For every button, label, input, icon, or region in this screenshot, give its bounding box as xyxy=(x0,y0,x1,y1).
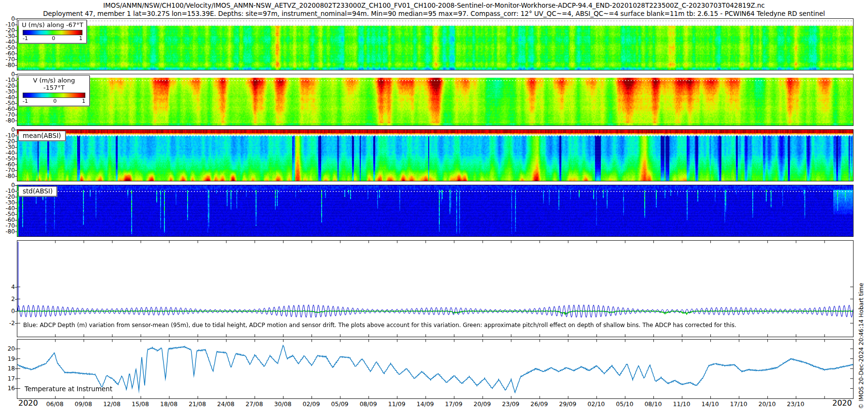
y-tick-label: 18 xyxy=(1,365,15,372)
y-tick-mark xyxy=(15,97,17,98)
y-tick-mark xyxy=(15,42,17,42)
date-label: 05/09 xyxy=(331,400,349,408)
y-tick-label: -80 xyxy=(1,228,15,235)
date-label: 24/08 xyxy=(217,400,234,408)
y-tick-mark xyxy=(15,65,17,66)
u-colorbar-gradient xyxy=(23,30,82,35)
y-tick-mark xyxy=(15,197,17,197)
date-label: 17/09 xyxy=(445,400,462,408)
panel-u-velocity: U (m/s) along -67°T -101 0-10-20-30-40-5… xyxy=(17,18,854,70)
y-tick-mark xyxy=(15,299,17,300)
date-label: 08/09 xyxy=(360,400,377,408)
u-colorbar-legend: U (m/s) along -67°T -101 xyxy=(18,20,87,43)
temperature-label: Temperature at Instrument xyxy=(25,385,112,393)
colorbar-tick-label: 0 xyxy=(52,36,55,41)
copyright-text: © IMOS 20-Dec-2024 20:46:14 Hobart time xyxy=(858,216,865,409)
y-tick-mark xyxy=(15,141,17,142)
date-label: 27/08 xyxy=(245,400,263,408)
date-label: 18/08 xyxy=(160,400,177,408)
date-label: 02/10 xyxy=(587,400,605,408)
y-tick-mark xyxy=(15,226,17,226)
date-label: 09/08 xyxy=(75,400,92,408)
y-tick-mark xyxy=(15,176,17,177)
v-colorbar-legend: V (m/s) along -157°T -101 xyxy=(18,75,90,106)
y-tick-mark xyxy=(15,214,17,215)
absi-std-label: std(ABSI) xyxy=(18,186,57,196)
depth-annotation: Blue: ADCP Depth (m) variation from sens… xyxy=(23,322,736,328)
panel-absi-mean: mean(ABSI) 0-10-20-30-40-50-60-70-80 xyxy=(17,129,854,181)
y-tick-mark xyxy=(15,349,17,349)
v-velocity-heatmap xyxy=(17,74,853,125)
absi-std-heatmap xyxy=(17,185,853,236)
y-tick-label: 16 xyxy=(1,385,15,392)
y-tick-mark xyxy=(15,86,17,86)
date-label: 06/08 xyxy=(46,400,64,408)
date-label: 05/10 xyxy=(616,400,633,408)
y-tick-mark xyxy=(15,379,17,379)
y-tick-label: -2 xyxy=(1,320,15,327)
y-tick-mark xyxy=(15,208,17,209)
y-tick-mark xyxy=(15,147,17,148)
date-label: 23/09 xyxy=(502,400,519,408)
y-tick-mark xyxy=(15,220,17,220)
year-label-left: 2020 xyxy=(18,398,38,408)
y-tick-mark xyxy=(15,203,17,203)
y-tick-mark xyxy=(15,115,17,115)
u-panel-label: U (m/s) along -67°T xyxy=(22,21,83,28)
date-label: 02/09 xyxy=(302,400,320,408)
absi-mean-label: mean(ABSI) xyxy=(18,131,66,141)
date-label: 14/10 xyxy=(702,400,719,408)
temperature-plot xyxy=(17,340,853,398)
date-label: 29/09 xyxy=(559,400,576,408)
y-tick-mark xyxy=(15,185,17,186)
y-tick-mark xyxy=(15,130,17,130)
y-tick-mark xyxy=(15,80,17,81)
y-tick-mark xyxy=(15,59,17,60)
y-tick-mark xyxy=(15,19,17,19)
y-tick-label: 2 xyxy=(1,296,15,302)
y-tick-mark xyxy=(15,36,17,37)
y-tick-label: -80 xyxy=(1,173,15,179)
y-tick-label: 4 xyxy=(1,284,15,290)
colorbar-tick-label: -1 xyxy=(23,36,28,41)
date-label: 11/09 xyxy=(388,400,406,408)
date-label: 17/10 xyxy=(730,400,747,408)
date-label: 23/10 xyxy=(787,400,804,408)
y-tick-mark xyxy=(15,121,17,121)
figure: IMOS/ANMN/NSW/CH100/Velocity/IMOS_ANMN-N… xyxy=(0,0,868,410)
title-line-2: Deployment 47, member 1 lat=30.27S lon=1… xyxy=(0,10,868,17)
date-label: 12/08 xyxy=(103,400,121,408)
y-tick-mark xyxy=(15,25,17,25)
y-tick-label: -80 xyxy=(1,117,15,124)
y-tick-label: 19 xyxy=(1,355,15,362)
y-tick-mark xyxy=(15,92,17,92)
date-label: 30/08 xyxy=(274,400,291,408)
absi-mean-heatmap xyxy=(17,130,853,181)
u-colorbar-ticks: -101 xyxy=(22,36,83,41)
y-tick-label: 17 xyxy=(1,375,15,382)
panel-depth-variation: Blue: ADCP Depth (m) variation from sens… xyxy=(17,240,854,337)
panel-v-velocity: V (m/s) along -157°T -101 0-10-20-30-40-… xyxy=(17,74,854,126)
y-tick-mark xyxy=(15,369,17,369)
date-label: 11/10 xyxy=(673,400,691,408)
year-label-right: 2020 xyxy=(832,398,852,408)
v-panel-label: V (m/s) along -157°T xyxy=(33,77,75,91)
y-tick-mark xyxy=(15,191,17,191)
y-tick-mark xyxy=(15,48,17,48)
x-axis: 2020 2020 06/0809/0812/0815/0818/0821/08… xyxy=(0,399,868,409)
colorbar-tick-label: -1 xyxy=(23,98,28,104)
y-tick-mark xyxy=(15,388,17,389)
panel-temperature: Temperature at Instrument 2019181716 xyxy=(17,339,854,399)
date-label: 15/08 xyxy=(132,400,149,408)
date-label: 21/08 xyxy=(189,400,206,408)
y-tick-mark xyxy=(15,109,17,109)
date-label: 26/09 xyxy=(530,400,548,408)
y-tick-mark xyxy=(15,311,17,312)
y-tick-mark xyxy=(15,30,17,31)
date-label: 20/09 xyxy=(474,400,491,408)
colorbar-tick-label: 1 xyxy=(82,98,85,104)
y-tick-mark xyxy=(15,359,17,359)
date-label: 14/09 xyxy=(417,400,434,408)
y-tick-mark xyxy=(15,74,17,75)
y-tick-mark xyxy=(15,323,17,324)
